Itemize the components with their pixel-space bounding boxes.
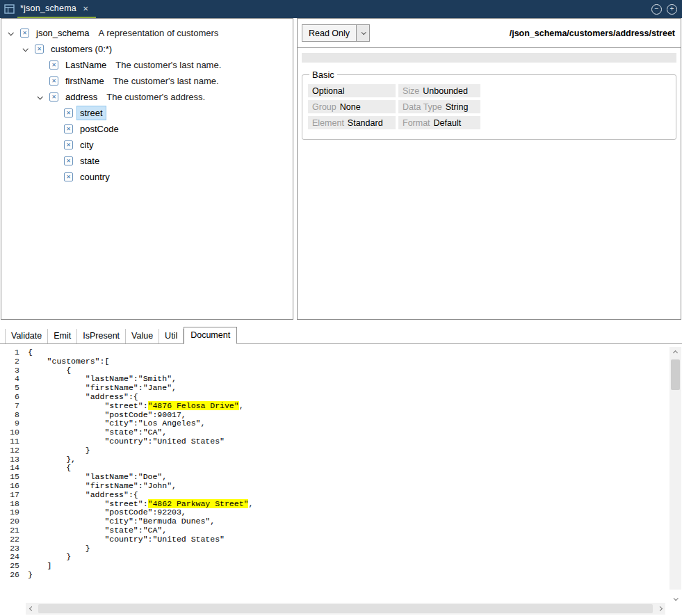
- property-value: String: [446, 102, 469, 112]
- tree-item-label: customers (0:*): [48, 42, 115, 56]
- code-line: 23 }: [0, 544, 668, 553]
- code-line: 11 "country":"United States": [0, 437, 668, 446]
- scroll-down-icon[interactable]: [669, 590, 681, 601]
- property-label: Size: [403, 86, 419, 96]
- horizontal-scroll-thumb[interactable]: [38, 604, 653, 613]
- property-label: Data Type: [403, 102, 442, 112]
- chevron-down-icon[interactable]: [38, 95, 49, 99]
- tree-item-postcode[interactable]: ✕postCode: [1, 121, 293, 137]
- schema-tree[interactable]: ✕json_schemaA representation of customer…: [1, 18, 293, 320]
- scroll-left-icon[interactable]: [26, 607, 37, 610]
- chevron-down-icon[interactable]: [8, 31, 20, 35]
- node-path: /json_schema/customers/address/street: [510, 29, 675, 38]
- line-number: 21: [0, 526, 19, 535]
- search-highlight: "4862 Parkway Street": [148, 499, 249, 508]
- element-icon: ✕: [64, 108, 73, 117]
- line-number: 6: [0, 393, 19, 402]
- tree-item-address[interactable]: ✕addressThe customer's address.: [1, 89, 293, 105]
- basic-properties: OptionalSizeUnboundedGroupNoneData TypeS…: [308, 84, 670, 129]
- tree-item-state[interactable]: ✕state: [1, 153, 293, 169]
- code-line-text: }: [28, 571, 33, 580]
- code-line: 13 },: [0, 455, 668, 464]
- code-editor[interactable]: 1{2 "customers":[3 {4 "lastName":"Smith"…: [0, 344, 682, 616]
- property-size: SizeUnbounded: [398, 84, 480, 97]
- element-icon: ✕: [64, 172, 73, 181]
- search-highlight: "4876 Felosa Drive": [148, 401, 239, 410]
- tree-item-json-schema[interactable]: ✕json_schemaA representation of customer…: [1, 25, 293, 41]
- vertical-scrollbar[interactable]: [669, 347, 681, 601]
- tree-item-description: A representation of customers: [99, 28, 219, 38]
- tab-util[interactable]: Util: [159, 329, 184, 343]
- line-number: 22: [0, 535, 19, 544]
- tree-item-customers-0[interactable]: ✕customers (0:*): [1, 41, 293, 57]
- property-value: Default: [434, 118, 462, 128]
- tab-value[interactable]: Value: [126, 329, 159, 343]
- zoom-out-button[interactable]: −: [651, 4, 662, 15]
- property-element: ElementStandard: [308, 116, 396, 129]
- tab-ispresent[interactable]: IsPresent: [77, 329, 126, 343]
- app-window: *json_schema ✕ − + ✕json_schemaA represe…: [0, 0, 682, 616]
- basic-section: Basic OptionalSizeUnboundedGroupNoneData…: [302, 70, 676, 140]
- line-number: 17: [0, 491, 19, 500]
- line-number: 12: [0, 446, 19, 455]
- details-header: Read Only /json_schema/customers/address…: [298, 19, 681, 48]
- tree-item-label: firstName: [63, 74, 107, 88]
- code-line: 2 "customers":[: [0, 357, 668, 366]
- element-icon: ✕: [64, 140, 73, 149]
- code-lines: 1{2 "customers":[3 {4 "lastName":"Smith"…: [0, 348, 668, 602]
- basic-section-title: Basic: [309, 70, 337, 80]
- property-label: Group: [312, 102, 336, 112]
- line-number: 26: [0, 571, 19, 580]
- zoom-in-button[interactable]: +: [667, 4, 677, 15]
- tree-item-label: address: [63, 90, 100, 104]
- property-data-type: Data TypeString: [398, 100, 480, 113]
- scroll-up-icon[interactable]: [669, 347, 681, 358]
- tree-item-label: state: [77, 154, 102, 168]
- tab-close-icon[interactable]: ✕: [81, 4, 90, 13]
- tree-item-label: json_schema: [33, 26, 92, 40]
- tree-item-description: The customer's last name.: [115, 60, 221, 70]
- main-split: ✕json_schemaA representation of customer…: [0, 18, 682, 320]
- element-icon: ✕: [20, 29, 29, 38]
- read-only-select[interactable]: Read Only: [302, 24, 370, 42]
- vertical-scroll-thumb[interactable]: [671, 359, 680, 390]
- line-number: 16: [0, 482, 19, 491]
- tree-item-label: city: [77, 138, 97, 152]
- scroll-right-icon[interactable]: [654, 607, 665, 610]
- element-icon: ✕: [49, 76, 58, 86]
- element-icon: ✕: [49, 60, 58, 70]
- editor-tabs: ValidateEmitIsPresentValueUtilDocument: [0, 327, 682, 344]
- bottom-panel: ValidateEmitIsPresentValueUtilDocument 1…: [0, 320, 682, 616]
- tab-emit[interactable]: Emit: [48, 329, 77, 343]
- tree-item-description: The customer's last name.: [113, 76, 219, 86]
- tree-item-country[interactable]: ✕country: [1, 169, 293, 185]
- element-icon: ✕: [49, 92, 58, 102]
- property-label: Element: [312, 118, 344, 128]
- details-panel: Read Only /json_schema/customers/address…: [297, 18, 681, 320]
- document-tab[interactable]: *json_schema ✕: [17, 0, 96, 18]
- tree-item-label: street: [77, 106, 106, 120]
- tree-item-city[interactable]: ✕city: [1, 137, 293, 153]
- line-number: 2: [0, 357, 19, 366]
- property-group: GroupNone: [308, 100, 396, 113]
- tab-title: *json_schema: [20, 3, 76, 13]
- tab-document[interactable]: Document: [184, 327, 237, 344]
- tree-item-label: country: [77, 170, 113, 184]
- tree-item-street[interactable]: ✕street: [1, 105, 293, 121]
- tab-validate[interactable]: Validate: [5, 329, 48, 343]
- property-value: None: [340, 102, 361, 112]
- chevron-down-icon[interactable]: [356, 25, 369, 41]
- chevron-down-icon[interactable]: [23, 47, 35, 51]
- tree-item-lastname[interactable]: ✕LastNameThe customer's last name.: [1, 57, 293, 73]
- line-number: 1: [0, 348, 19, 357]
- property-value: Unbounded: [423, 86, 468, 96]
- property-optional: Optional: [308, 84, 396, 97]
- property-value: Optional: [312, 86, 345, 96]
- code-line: 26}: [0, 571, 668, 580]
- titlebar-spacer: [96, 0, 651, 18]
- tree-item-firstname[interactable]: ✕firstNameThe customer's last name.: [1, 73, 293, 89]
- element-icon: ✕: [35, 44, 44, 54]
- tree-item-label: LastName: [63, 58, 109, 72]
- property-label: Format: [403, 118, 430, 128]
- horizontal-scrollbar[interactable]: [26, 603, 665, 615]
